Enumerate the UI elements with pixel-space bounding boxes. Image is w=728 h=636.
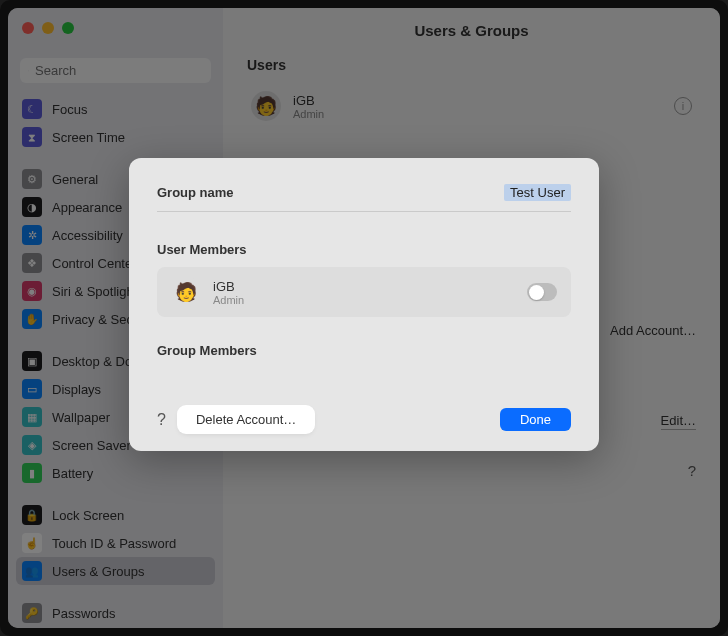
user-members-label: User Members — [157, 242, 571, 257]
member-role: Admin — [213, 294, 244, 306]
member-toggle[interactable] — [527, 283, 557, 301]
done-button[interactable]: Done — [500, 408, 571, 431]
member-name: iGB — [213, 279, 244, 294]
divider — [157, 211, 571, 212]
group-name-label: Group name — [157, 185, 234, 200]
group-modal: Group name Test User User Members 🧑 iGB … — [129, 158, 599, 451]
group-members-label: Group Members — [157, 343, 571, 358]
member-row: 🧑 iGB Admin — [157, 267, 571, 317]
member-avatar: 🧑 — [171, 277, 201, 307]
modal-help-button[interactable]: ? — [157, 411, 166, 429]
group-name-value[interactable]: Test User — [504, 184, 571, 201]
delete-account-button[interactable]: Delete Account… — [180, 408, 312, 431]
